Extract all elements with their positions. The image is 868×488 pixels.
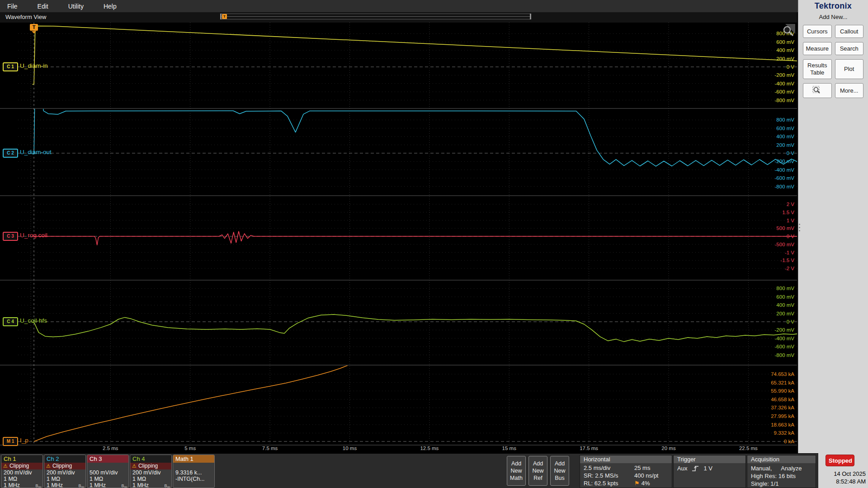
channel-badge-title: Ch 3 — [87, 455, 128, 463]
channel-badge-ch1[interactable]: Ch 1⚠Clipping200 mV/div1 MΩ1 MHzBW — [1, 455, 43, 488]
add-new-buttons: Add New MathAdd New RefAdd New Bus — [507, 456, 569, 486]
waveform-view-title: Waveform View — [5, 14, 46, 20]
tektronix-logo: Tektronix — [798, 1, 868, 11]
panel-splitter-handle[interactable] — [799, 224, 800, 231]
search-button[interactable]: Search — [835, 42, 864, 55]
trigger-title: Trigger — [674, 455, 745, 463]
channel-badge-title: Ch 4 — [130, 455, 171, 463]
plot-button[interactable]: Plot — [835, 59, 864, 79]
right-sidebar: Tektronix Add New... Cursors Callout Mea… — [798, 0, 868, 488]
bandwidth-limit-icon: BW — [164, 483, 170, 488]
channel-badge-ch2[interactable]: Ch 2⚠Clipping200 mV/div1 MΩ1 MHzBW — [44, 455, 86, 488]
acquisition-detail: High Res: 16 bits — [751, 472, 812, 480]
channel-marker-c4[interactable]: C 4 — [3, 317, 18, 326]
channel-setting-row: 200 mV/div — [130, 469, 171, 476]
menu-file[interactable]: File — [7, 3, 18, 10]
trace-name-c2[interactable]: U_diam-out — [20, 149, 52, 155]
acquisition-panel[interactable]: Acquisition Manual, Analyze High Res: 16… — [747, 455, 816, 488]
trace-name-m1[interactable]: I_p — [20, 437, 28, 444]
channel-marker-c2[interactable]: C 2 — [3, 149, 18, 158]
add-new-bus-button[interactable]: Add New Bus — [550, 456, 569, 486]
channel-setting-row: 200 mV/div — [1, 469, 42, 476]
menu-bar: File Edit Utility Help — [0, 0, 798, 12]
trigger-source: Aux — [677, 465, 687, 472]
channel-badge-title: Ch 2 — [44, 455, 85, 463]
channel-setting-row: 1 MHzBW — [130, 482, 171, 488]
date-text: 14 Oct 2025 — [811, 470, 866, 478]
channel-setting-row: 500 mV/div — [87, 469, 128, 476]
waveform-view-bar: Waveform View T — [0, 12, 797, 23]
rising-edge-icon — [692, 465, 699, 472]
horizontal-resolution: 400 ns/pt — [634, 472, 668, 479]
measure-button[interactable]: Measure — [803, 42, 832, 55]
channel-setting-row: 200 mV/div — [44, 469, 85, 476]
add-new-ref-button[interactable]: Add New Ref — [528, 456, 547, 486]
acquisition-single: Single: 1/1 — [751, 480, 812, 488]
bandwidth-limit-icon: BW — [121, 483, 127, 488]
callout-button[interactable]: Callout — [835, 25, 864, 38]
menu-edit[interactable]: Edit — [38, 3, 48, 10]
trace-m1 — [34, 365, 348, 441]
warning-icon: ⚠ — [46, 463, 51, 469]
cursors-button[interactable]: Cursors — [803, 25, 832, 38]
run-stop-status-badge[interactable]: Stopped — [826, 455, 854, 466]
channel-marker-c1[interactable]: C 1 — [3, 62, 18, 71]
trace-name-c3[interactable]: U_rog coil — [20, 232, 47, 239]
add-new-label: Add New... — [798, 14, 868, 20]
channel-badge-ch3[interactable]: Ch 3500 mV/div1 MΩ1 MHzBW — [87, 455, 129, 488]
channel-setting-row: 1 MΩ — [87, 476, 128, 482]
horizontal-sample-rate: SR: 2.5 MS/s — [584, 472, 634, 479]
channel-setting-row: 9.3316 k... — [173, 469, 214, 476]
channel-setting-row: 1 MΩ — [1, 476, 42, 482]
menu-utility[interactable]: Utility — [68, 3, 84, 10]
channel-setting-row: 1 MHzBW — [1, 482, 42, 488]
record-view-pan-bar[interactable]: T — [220, 14, 531, 19]
trigger-panel[interactable]: Trigger Aux 1 V — [673, 455, 746, 488]
bandwidth-limit-icon: BW — [35, 483, 41, 488]
trace-name-c1[interactable]: U_diam-in — [20, 62, 48, 69]
channel-marker-c3[interactable]: C 3 — [3, 232, 18, 241]
results-table-button[interactable]: Results Table — [803, 59, 832, 79]
channel-marker-m1[interactable]: M 1 — [3, 437, 18, 446]
channel-setting-row: 1 MHzBW — [87, 482, 128, 488]
more-button[interactable]: More... — [835, 83, 864, 98]
bandwidth-limit-icon: BW — [78, 483, 84, 488]
zoom-magnifier-icon[interactable] — [782, 24, 795, 38]
add-new-math-button[interactable]: Add New Math — [507, 456, 526, 486]
magnifier-icon — [812, 86, 822, 94]
trigger-level: 1 V — [703, 465, 712, 472]
trace-name-c4[interactable]: U_coil-hfs — [20, 317, 47, 324]
acquisition-mode: Manual, — [751, 465, 772, 472]
clock: 14 Oct 2025 8:52:48 AM — [811, 470, 866, 485]
trace-c4 — [33, 314, 800, 342]
position-flag-icon: ⚑ — [634, 480, 640, 487]
channel-setting-row: -INTG(Ch... — [173, 476, 214, 482]
clipping-warning: ⚠Clipping — [130, 463, 171, 469]
horizontal-title: Horizontal — [580, 455, 672, 463]
channel-badge-ch4[interactable]: Ch 4⚠Clipping200 mV/div1 MΩ1 MHzBW — [130, 455, 172, 488]
zoom-box-button[interactable] — [803, 83, 832, 98]
waveform-display[interactable] — [0, 0, 868, 488]
acquisition-title: Acquisition — [747, 455, 816, 463]
warning-icon: ⚠ — [3, 463, 8, 469]
trace-c2 — [33, 91, 800, 166]
pan-trigger-marker-icon[interactable]: T — [222, 14, 227, 19]
clipping-warning: ⚠Clipping — [1, 463, 42, 469]
time-text: 8:52:48 AM — [811, 478, 866, 485]
channel-badge-title: Ch 1 — [1, 455, 42, 463]
menu-help[interactable]: Help — [104, 3, 117, 10]
channel-setting-row: 1 MHzBW — [44, 482, 85, 488]
horizontal-window: 25 ms — [634, 465, 668, 471]
channel-badge-title: Math 1 — [173, 455, 214, 463]
channel-setting-row: 1 MΩ — [130, 476, 171, 482]
warning-icon: ⚠ — [132, 463, 137, 469]
clipping-warning: ⚠Clipping — [44, 463, 85, 469]
trigger-flag-icon[interactable]: T — [30, 24, 38, 31]
channel-badge-math1[interactable]: Math 19.3316 k...-INTG(Ch... — [173, 455, 215, 488]
sidebar-buttons: Cursors Callout Measure Search Results T… — [798, 20, 868, 98]
trace-c3 — [33, 231, 800, 245]
channel-badge-strip: Ch 1⚠Clipping200 mV/div1 MΩ1 MHzBWCh 2⚠C… — [1, 455, 215, 488]
horizontal-panel[interactable]: Horizontal 2.5 ms/div 25 ms SR: 2.5 MS/s… — [580, 455, 672, 488]
horizontal-position: ⚑4% — [634, 480, 668, 487]
horizontal-record-length: RL: 62.5 kpts — [584, 480, 634, 487]
